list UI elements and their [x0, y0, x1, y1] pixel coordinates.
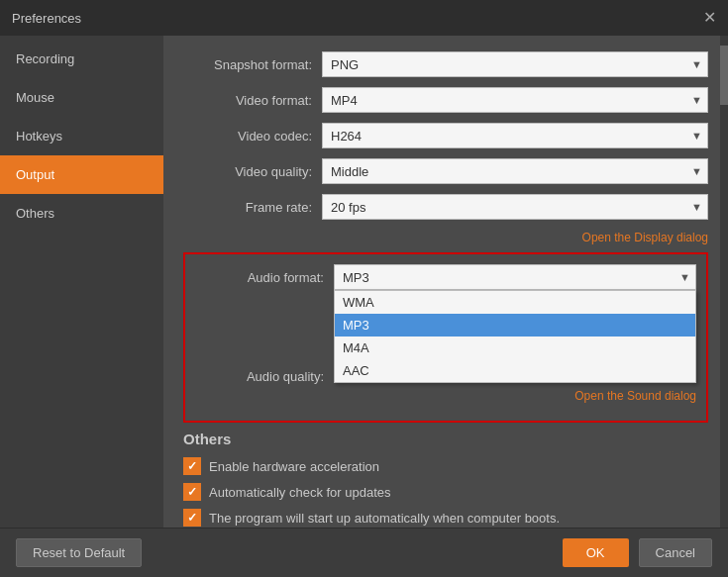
content-area: Snapshot format: PNG ▼ Video format: MP4…	[163, 36, 728, 528]
auto-start-row: ✓ The program will start up automaticall…	[183, 509, 708, 527]
scrollbar-thumb[interactable]	[720, 46, 728, 105]
audio-option-wma[interactable]: WMA	[335, 291, 695, 314]
audio-option-m4a[interactable]: M4A	[335, 337, 695, 359]
video-codec-select-wrapper: H264 ▼	[322, 123, 708, 148]
auto-update-checkbox[interactable]: ✓	[183, 483, 201, 501]
hardware-accel-row: ✓ Enable hardware acceleration	[183, 457, 708, 475]
video-quality-select-wrapper: Middle ▼	[322, 158, 708, 184]
sidebar: Recording Mouse Hotkeys Output Others	[0, 36, 163, 528]
video-codec-label: Video codec:	[183, 129, 312, 144]
video-quality-row: Video quality: Middle ▼	[183, 158, 708, 184]
display-dialog-link[interactable]: Open the Display dialog	[582, 231, 708, 244]
audio-quality-label: Audio quality:	[195, 369, 324, 384]
audio-format-display[interactable]: MP3	[334, 264, 696, 290]
others-section: Others ✓ Enable hardware acceleration ✓ …	[183, 431, 708, 528]
video-quality-select[interactable]: Middle	[322, 158, 708, 184]
audio-option-aac[interactable]: AAC	[335, 359, 695, 382]
main-content: Recording Mouse Hotkeys Output Others Sn…	[0, 36, 728, 528]
ok-button[interactable]: OK	[563, 538, 629, 567]
video-format-select-wrapper: MP4 ▼	[322, 87, 708, 113]
sidebar-item-recording[interactable]: Recording	[0, 40, 163, 78]
auto-update-label: Automatically check for updates	[209, 485, 391, 500]
video-codec-row: Video codec: H264 ▼	[183, 123, 708, 148]
frame-rate-select[interactable]: 20 fps	[322, 194, 708, 220]
footer: Reset to Default OK Cancel	[0, 528, 728, 577]
title-bar: Preferences ✕	[0, 0, 728, 36]
hardware-accel-label: Enable hardware acceleration	[209, 459, 379, 474]
display-link-row: Open the Display dialog	[183, 230, 708, 244]
sidebar-item-mouse[interactable]: Mouse	[0, 78, 163, 117]
snapshot-format-select[interactable]: PNG	[322, 51, 708, 77]
audio-format-dropdown: WMA MP3 M4A AAC	[334, 290, 696, 383]
sidebar-item-hotkeys[interactable]: Hotkeys	[0, 117, 163, 155]
close-button[interactable]: ✕	[703, 10, 716, 26]
snapshot-format-select-wrapper: PNG ▼	[322, 51, 708, 77]
video-format-label: Video format:	[183, 93, 312, 108]
footer-right: OK Cancel	[563, 538, 712, 567]
reset-button[interactable]: Reset to Default	[16, 538, 142, 567]
check-icon: ✓	[187, 485, 197, 499]
audio-format-label: Audio format:	[195, 270, 324, 285]
others-title: Others	[183, 431, 708, 447]
audio-section: Audio format: MP3 ▼ WMA MP3 M4A AAC	[183, 252, 708, 423]
preferences-dialog: Preferences ✕ Recording Mouse Hotkeys Ou…	[0, 0, 728, 577]
dialog-title: Preferences	[12, 11, 81, 26]
audio-format-row: Audio format: MP3 ▼ WMA MP3 M4A AAC	[195, 264, 696, 290]
video-format-select[interactable]: MP4	[322, 87, 708, 113]
cancel-button[interactable]: Cancel	[639, 538, 712, 567]
sidebar-item-output[interactable]: Output	[0, 155, 163, 194]
sound-link-row: Open the Sound dialog	[195, 388, 696, 403]
check-icon: ✓	[187, 459, 197, 473]
scrollbar-track	[720, 36, 728, 528]
frame-rate-row: Frame rate: 20 fps ▼	[183, 194, 708, 220]
video-format-row: Video format: MP4 ▼	[183, 87, 708, 113]
sidebar-item-others[interactable]: Others	[0, 194, 163, 233]
video-codec-select[interactable]: H264	[322, 123, 708, 148]
frame-rate-select-wrapper: 20 fps ▼	[322, 194, 708, 220]
auto-update-row: ✓ Automatically check for updates	[183, 483, 708, 501]
frame-rate-label: Frame rate:	[183, 200, 312, 215]
auto-start-checkbox[interactable]: ✓	[183, 509, 201, 527]
audio-option-mp3[interactable]: MP3	[335, 314, 695, 337]
sound-dialog-link[interactable]: Open the Sound dialog	[574, 389, 696, 403]
hardware-accel-checkbox[interactable]: ✓	[183, 457, 201, 475]
auto-start-label: The program will start up automatically …	[209, 511, 560, 526]
snapshot-format-row: Snapshot format: PNG ▼	[183, 51, 708, 77]
check-icon: ✓	[187, 511, 197, 525]
audio-format-select-wrapper: MP3 ▼ WMA MP3 M4A AAC	[334, 264, 696, 290]
snapshot-format-label: Snapshot format:	[183, 57, 312, 72]
video-quality-label: Video quality:	[183, 164, 312, 179]
